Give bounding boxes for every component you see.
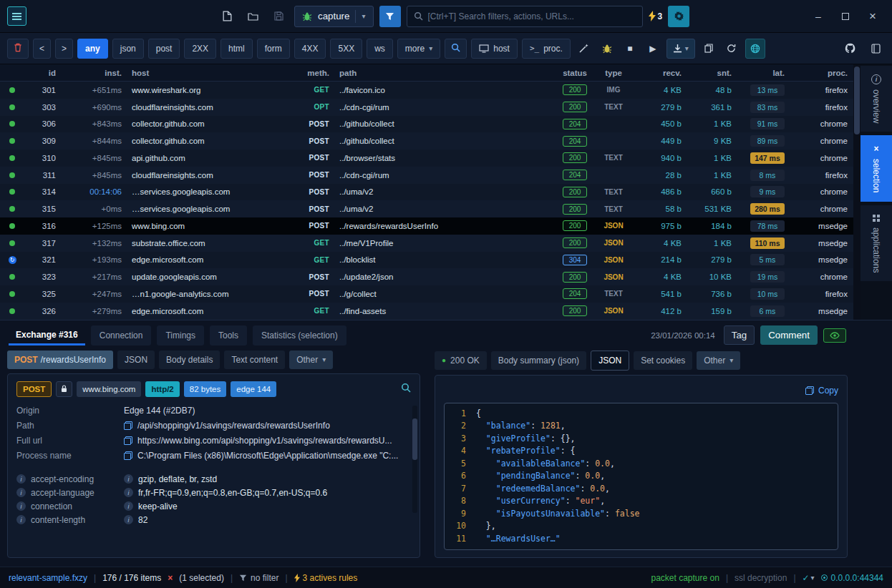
table-row[interactable]: 306+843mscollector.github.comPOST../gith…	[0, 116, 853, 133]
table-row[interactable]: 311+845mscloudflareinsights.comPOST../cd…	[0, 167, 853, 184]
debug-button[interactable]	[598, 39, 616, 58]
column-header-id[interactable]: id	[24, 69, 62, 77]
table-row[interactable]: 325+247ms…n1.google-analytics.comPOST../…	[0, 285, 853, 303]
table-row[interactable]: 309+844mscollector.github.comPOST../gith…	[0, 132, 853, 150]
hamburger-menu-button[interactable]	[7, 6, 26, 26]
column-header-meth[interactable]: meth.	[291, 69, 335, 77]
duplicate-button[interactable]	[699, 39, 718, 58]
request-tab-text-content[interactable]: Text content	[224, 351, 285, 369]
copy-body-button[interactable]: Copy	[444, 383, 838, 398]
tab-connection[interactable]: Connection	[91, 325, 152, 346]
request-scrollbar-thumb[interactable]	[412, 418, 417, 460]
column-header-type[interactable]: type	[593, 69, 634, 77]
stop-button[interactable]: ■	[621, 39, 639, 58]
capture-caret-icon[interactable]: ▾	[362, 12, 365, 20]
table-row[interactable]: 303+690mscloudflareinsights.comOPT../cdn…	[0, 99, 853, 116]
play-button[interactable]: ▶	[644, 39, 662, 58]
capture-button[interactable]: capture ▾	[294, 6, 374, 27]
filter-chip-2XX[interactable]: 2XX	[184, 39, 216, 59]
column-header-proc[interactable]: proc.	[790, 69, 853, 77]
table-row[interactable]: ↻321+193msedge.microsoft.comGET../blockl…	[0, 252, 853, 269]
close-selection-icon[interactable]: ×	[873, 144, 878, 154]
active-rules-status[interactable]: 3 actives rules	[294, 573, 358, 583]
host-filter-button[interactable]: host	[471, 39, 518, 59]
tag-button[interactable]: Tag	[724, 325, 755, 345]
tab-tools[interactable]: Tools	[210, 325, 247, 346]
response-tab-body-summary[interactable]: Body summary (json)	[491, 351, 586, 370]
request-scrollbar[interactable]	[412, 406, 417, 513]
tab-statistics[interactable]: Statistics (selection)	[253, 325, 346, 346]
request-tab-body-details[interactable]: Body details	[159, 351, 220, 369]
new-file-button[interactable]	[217, 6, 237, 26]
network-button[interactable]	[745, 39, 765, 59]
rail-tab-overview[interactable]: i overview	[861, 66, 892, 132]
filter-status[interactable]: no filter	[239, 573, 278, 583]
close-button[interactable]: ×	[861, 6, 885, 27]
column-header-lat[interactable]: lat.	[737, 69, 790, 77]
copy-icon[interactable]	[124, 436, 132, 445]
table-row[interactable]: 316+125mswww.bing.comPOST../rewards/rewa…	[0, 217, 853, 235]
rail-tab-applications[interactable]: applications	[861, 205, 892, 281]
maximize-button[interactable]	[833, 6, 858, 27]
rail-tab-selection[interactable]: × selection	[861, 135, 892, 201]
minimize-button[interactable]: –	[806, 6, 830, 27]
request-tab-json[interactable]: JSON	[117, 351, 155, 369]
table-scrollbar[interactable]	[853, 64, 861, 320]
table-scrollbar-thumb[interactable]	[854, 67, 860, 134]
save-button[interactable]	[268, 6, 289, 26]
column-header-snt[interactable]: snt.	[687, 69, 737, 77]
nav-previous-button[interactable]: <	[33, 39, 51, 59]
magic-wand-button[interactable]	[575, 39, 593, 58]
clear-items-icon[interactable]: ×	[168, 573, 173, 583]
active-rules-badge[interactable]: 3	[649, 11, 663, 21]
open-file-link[interactable]: relevant-sample.fxzy	[9, 573, 87, 583]
request-tab-other[interactable]: Other▾	[289, 351, 333, 369]
tab-exchange[interactable]: Exchange #316	[9, 325, 85, 346]
filter-chip-html[interactable]: html	[220, 39, 253, 59]
visibility-button[interactable]	[823, 328, 846, 343]
copy-icon[interactable]	[124, 421, 132, 430]
table-row[interactable]: 326+279msedge.microsoft.comGET../find-as…	[0, 303, 853, 320]
global-search-input[interactable]	[428, 11, 636, 21]
column-header-path[interactable]: path	[335, 69, 547, 77]
open-file-button[interactable]	[243, 6, 263, 26]
filter-chip-any[interactable]: any	[77, 39, 108, 59]
health-check-dropdown[interactable]: ✓▾	[803, 573, 815, 583]
filter-chip-ws[interactable]: ws	[367, 39, 393, 59]
tab-timings[interactable]: Timings	[157, 325, 204, 346]
table-row[interactable]: 310+845msapi.github.comPOST../browser/st…	[0, 150, 853, 167]
table-row[interactable]: 317+132mssubstrate.office.comGET../me/V1…	[0, 235, 853, 252]
github-button[interactable]	[840, 39, 859, 58]
filter-chip-4XX[interactable]: 4XX	[294, 39, 326, 59]
settings-button[interactable]	[668, 6, 689, 27]
filter-funnel-button[interactable]	[379, 6, 401, 27]
response-status-chip[interactable]: ● 200 OK	[435, 351, 487, 370]
comment-button[interactable]: Comment	[760, 325, 818, 345]
nav-next-button[interactable]: >	[55, 39, 73, 59]
column-header-recv[interactable]: recv.	[634, 69, 687, 77]
filter-chip-form[interactable]: form	[257, 39, 290, 59]
column-header-status[interactable]: status	[547, 69, 593, 77]
filter-chip-5XX[interactable]: 5XX	[330, 39, 362, 59]
delete-button[interactable]	[7, 39, 29, 59]
column-header-host[interactable]: host	[127, 69, 291, 77]
filter-chip-json[interactable]: json	[112, 39, 144, 59]
response-tab-other[interactable]: Other▾	[697, 351, 740, 370]
table-row[interactable]: 31400:14:06…services.googleapis.comPOST.…	[0, 184, 853, 201]
table-row[interactable]: 315+0ms…services.googleapis.comPOST../um…	[0, 200, 853, 217]
process-filter-button[interactable]: >_proc.	[522, 39, 571, 59]
table-row[interactable]: 301+651mswww.wireshark.orgGET../favicon.…	[0, 82, 853, 99]
filter-search-button[interactable]	[445, 39, 467, 59]
export-caret-icon[interactable]: ▾	[685, 44, 689, 52]
filter-chip-post[interactable]: post	[148, 39, 180, 59]
request-tab-summary[interactable]: POST/rewardsUserInfo	[7, 351, 113, 369]
response-tab-set-cookies[interactable]: Set cookies	[634, 351, 692, 370]
refresh-button[interactable]	[722, 39, 741, 58]
more-filters-button[interactable]: more▾	[397, 39, 440, 59]
copy-icon[interactable]	[124, 451, 132, 460]
column-header-inst[interactable]: inst.	[62, 69, 127, 77]
table-row[interactable]: 323+217msupdate.googleapis.comPOST../upd…	[0, 268, 853, 285]
docs-button[interactable]	[866, 39, 885, 58]
export-button[interactable]: ▾	[666, 39, 695, 59]
request-search-icon[interactable]	[401, 383, 411, 395]
